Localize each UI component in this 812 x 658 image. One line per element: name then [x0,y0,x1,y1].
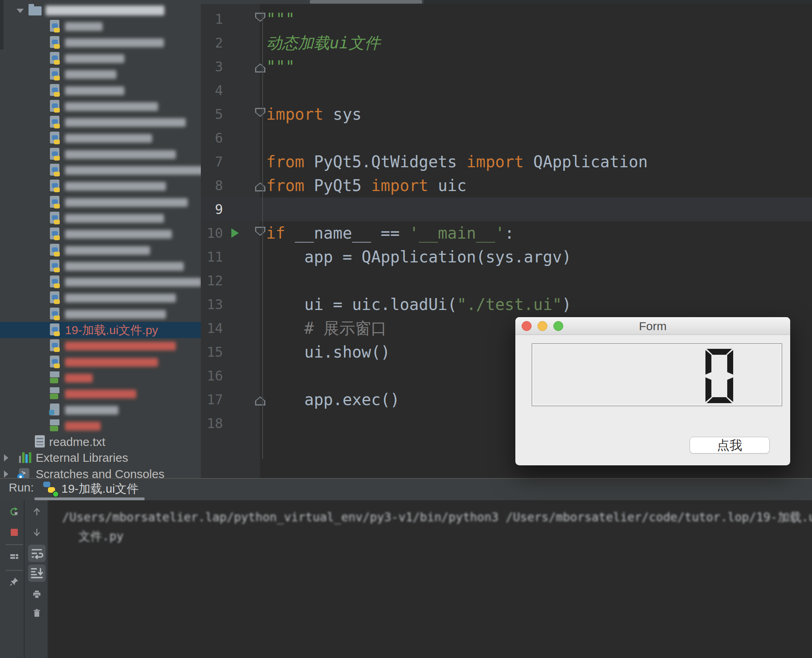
obfuscated-tree-label [65,390,136,398]
tree-item[interactable] [0,242,201,258]
obfuscated-tree-label [65,166,201,175]
obfuscated-tree-label [65,214,164,223]
python-file-icon [50,148,59,160]
python-file-icon [50,228,59,239]
tree-item[interactable] [0,50,201,67]
line-number: 7 [201,150,223,174]
obfuscated-tree-label [65,358,158,367]
rerun-button[interactable] [10,507,19,516]
python-file-icon [50,84,59,96]
tree-item[interactable] [0,370,201,386]
obfuscated-tree-label [65,342,176,350]
fold-marker-icon[interactable] [255,227,265,236]
obfuscated-tree-label [65,406,118,415]
fold-marker-icon[interactable] [255,182,265,191]
editor-hscrollbar-thumb[interactable] [310,0,422,4]
stop-button[interactable] [10,528,19,537]
qt-form-window: Form 点我 [515,317,790,465]
tree-item[interactable] [0,338,201,354]
code-line: if __name__ == '__main__': [266,221,514,245]
tree-item[interactable] [0,386,201,402]
scroll-to-end-toggle[interactable] [28,564,46,582]
tree-item[interactable] [0,290,201,306]
running-indicator-icon [52,491,59,497]
line-number: 3 [201,55,223,78]
code-token: __name__ == [285,224,409,242]
tree-item[interactable] [0,18,201,34]
code-token: ui = uic.loadUi( [266,295,457,314]
chevron-right-icon[interactable] [4,471,8,478]
python-file-icon [50,291,59,303]
tree-item[interactable] [0,274,201,290]
restore-layout-button[interactable] [10,552,19,561]
python-file-icon [50,275,59,287]
code-token: if [266,224,285,242]
tree-item[interactable] [0,2,201,19]
tree-item-label: 19-加载.ui文件.py [65,322,158,338]
tree-item[interactable] [0,194,201,210]
pin-icon [10,577,19,586]
stop-icon [10,528,19,537]
tree-item-readme.txt[interactable]: readme.txt [0,434,201,450]
run-tab[interactable]: 19-加载.ui文件 [61,481,139,497]
tree-item[interactable] [0,130,201,146]
line-number: 12 [201,269,223,293]
fold-marker-icon[interactable] [255,63,265,73]
code-token: "./test.ui" [457,295,562,314]
click-me-button[interactable]: 点我 [690,437,770,453]
tree-item[interactable] [0,146,201,163]
python-green-icon [50,387,59,399]
fold-marker-icon[interactable] [255,396,265,406]
tree-item[interactable] [0,66,201,82]
run-console[interactable]: /Users/mborsatelier.lap/python_virtual_e… [48,500,812,658]
form-titlebar[interactable]: Form [515,317,790,335]
lcd-digit-zero [705,349,733,403]
fold-marker-icon[interactable] [255,108,265,117]
tree-item[interactable] [0,306,201,322]
code-line: """ [266,55,295,78]
tree-item[interactable] [0,258,201,274]
tree-item[interactable] [0,354,201,370]
line-number: 15 [201,340,223,364]
tree-item[interactable] [0,418,201,434]
tree-item[interactable] [0,98,201,115]
python-file-icon [50,164,59,176]
code-token: 动态加载ui文件 [266,34,380,52]
prev-occurrence-button[interactable] [32,507,42,516]
clear-console-button[interactable] [32,608,42,618]
python-file-icon [50,212,59,224]
line-number: 13 [201,293,223,316]
tree-item[interactable] [0,114,201,130]
chevron-right-icon[interactable] [4,454,8,461]
tree-item[interactable] [0,178,201,194]
tree-item-Scratches and Consoles[interactable]: Scratches and Consoles [0,466,201,478]
console-output-line: 文件.py [78,528,124,545]
doc-blue-icon [50,404,59,415]
chevron-down-icon[interactable] [17,9,24,13]
tree-item[interactable] [0,82,201,99]
line-number: 18 [201,411,223,435]
tree-item[interactable] [0,226,201,242]
pin-tab-button[interactable] [10,577,19,586]
print-button[interactable] [32,590,42,599]
python-file-icon [50,36,59,48]
tree-item[interactable] [0,210,201,226]
next-occurrence-button[interactable] [32,528,42,537]
tree-item-External Libraries[interactable]: External Libraries [0,450,201,466]
obfuscated-tree-label [65,22,103,31]
soft-wrap-toggle[interactable] [28,545,46,562]
run-line-icon[interactable] [231,228,239,238]
arrow-down-icon [32,528,42,537]
lcd-display [532,343,782,406]
fold-marker-icon[interactable] [255,13,265,22]
code-token: """ [266,10,295,28]
close-icon[interactable]: × [130,480,137,494]
tree-item[interactable] [0,162,201,178]
code-token: from [266,176,304,195]
fold-guide-line [262,11,263,459]
tree-item-19-加载.ui文件.py[interactable]: 19-加载.ui文件.py [0,322,201,338]
obfuscated-tree-label [65,86,124,95]
tree-item[interactable] [0,34,201,51]
python-file-icon [50,356,59,367]
tree-item[interactable] [0,402,201,418]
